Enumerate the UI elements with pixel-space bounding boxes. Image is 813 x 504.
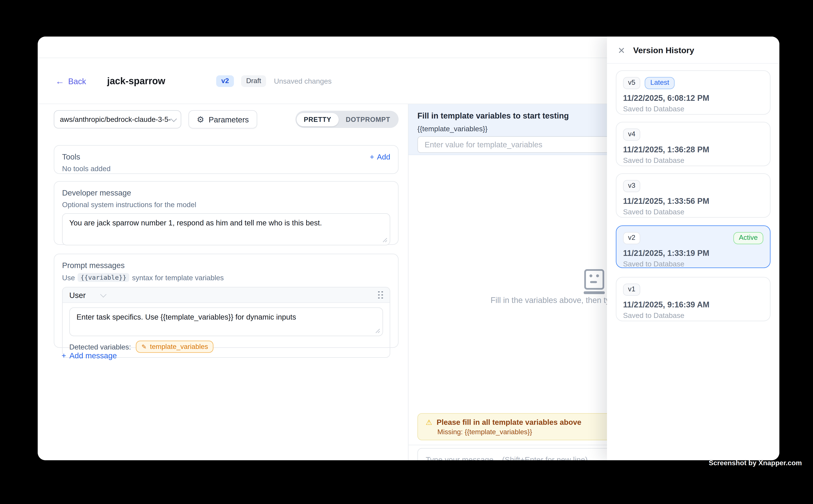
- latest-badge: Latest: [645, 77, 675, 89]
- warning-title: Please fill in all template variables ab…: [437, 418, 581, 426]
- version-card-v2[interactable]: v2 Active 11/21/2025, 1:33:19 PM Saved t…: [616, 225, 771, 268]
- version-id-badge: v2: [623, 232, 641, 244]
- draft-badge: Draft: [241, 76, 266, 87]
- version-status: Saved to Database: [623, 311, 763, 319]
- version-history-title: Version History: [633, 45, 694, 55]
- developer-message-subtitle: Optional system instructions for the mod…: [62, 200, 390, 209]
- version-timestamp: 11/21/2025, 1:33:56 PM: [623, 196, 763, 205]
- version-id-badge: v1: [623, 284, 641, 296]
- empty-state-text: Fill in the variables above, then typ: [491, 296, 615, 305]
- chevron-down-icon: [170, 115, 177, 122]
- add-tool-button[interactable]: + Add: [370, 153, 390, 161]
- app-window: ← Back jack-sparrow v2 Draft Unsaved cha…: [38, 37, 779, 460]
- syntax-hint-suffix: syntax for template variables: [132, 273, 224, 282]
- chat-message-placeholder: Type your message... (Shift+Enter for ne…: [426, 455, 588, 460]
- editor-toolbar: aws/anthropic/bedrock-claude-3-5-s... ⚙ …: [54, 110, 399, 128]
- prompt-editor-column: aws/anthropic/bedrock-claude-3-5-s... ⚙ …: [38, 104, 408, 460]
- version-card-v4[interactable]: v4 11/21/2025, 1:36:28 PM Saved to Datab…: [616, 122, 771, 166]
- parameters-button[interactable]: ⚙ Parameters: [188, 110, 257, 128]
- page-title: jack-sparrow: [107, 76, 165, 87]
- detected-variable-badge[interactable]: ✎ template_variables: [136, 341, 214, 353]
- plus-icon: +: [61, 351, 66, 360]
- version-card-v5[interactable]: v5 Latest 11/22/2025, 6:08:12 PM Saved t…: [616, 70, 771, 115]
- version-badge: v2: [216, 76, 234, 87]
- model-selector-value: aws/anthropic/bedrock-claude-3-5-s...: [60, 115, 171, 124]
- no-tools-text: No tools added: [62, 164, 390, 173]
- back-label: Back: [68, 77, 86, 86]
- plus-icon: +: [370, 153, 374, 161]
- message-role-header: User: [63, 287, 390, 303]
- message-value: Enter task specifics. Use {{template_var…: [76, 313, 296, 321]
- detected-variables-label: Detected variables:: [69, 343, 131, 351]
- version-history-header: × Version History: [607, 37, 779, 64]
- watermark-text: Screenshot by Xnapper.com: [709, 459, 802, 467]
- active-badge: Active: [733, 232, 763, 244]
- robot-face-icon: [583, 269, 605, 294]
- syntax-hint: Use {{variable}} syntax for template var…: [62, 273, 390, 282]
- version-card-v3[interactable]: v3 11/21/2025, 1:33:56 PM Saved to Datab…: [616, 173, 771, 218]
- close-icon[interactable]: ×: [618, 44, 625, 56]
- message-body: Enter task specifics. Use {{template_var…: [63, 303, 390, 357]
- model-selector[interactable]: aws/anthropic/bedrock-claude-3-5-s...: [54, 110, 181, 128]
- tools-title: Tools: [62, 152, 80, 161]
- message-block: User Enter task specifics. Use {{templat…: [62, 287, 390, 358]
- toggle-dotprompt[interactable]: DOTPROMPT: [339, 113, 397, 126]
- add-message-label: Add message: [69, 351, 117, 360]
- gear-icon: ⚙: [197, 115, 204, 124]
- version-status: Saved to Database: [623, 104, 763, 113]
- warning-icon: ⚠: [426, 419, 432, 426]
- view-mode-toggle: PRETTY DOTPROMPT: [296, 111, 399, 128]
- prompt-messages-title: Prompt messages: [62, 261, 390, 270]
- tools-card: Tools + Add No tools added: [54, 145, 399, 174]
- prompt-messages-card: Prompt messages Use {{variable}} syntax …: [54, 254, 399, 348]
- version-timestamp: 11/21/2025, 1:36:28 PM: [623, 145, 763, 154]
- drag-handle-icon[interactable]: [378, 291, 383, 299]
- unsaved-changes-text: Unsaved changes: [274, 77, 332, 85]
- template-variable-placeholder: Enter value for template_variables: [425, 140, 542, 149]
- role-select[interactable]: User: [69, 291, 86, 299]
- version-id-badge: v5: [623, 77, 641, 89]
- version-history-panel: × Version History v5 Latest 11/22/2025, …: [607, 37, 779, 460]
- message-textarea[interactable]: Enter task specifics. Use {{template_var…: [69, 307, 383, 336]
- resize-handle-icon[interactable]: [375, 328, 380, 333]
- chevron-down-icon[interactable]: [100, 291, 106, 297]
- resize-handle-icon[interactable]: [382, 238, 387, 243]
- version-timestamp: 11/21/2025, 9:16:39 AM: [623, 300, 763, 309]
- add-message-button[interactable]: + Add message: [61, 351, 117, 360]
- version-id-badge: v3: [623, 180, 641, 192]
- syntax-hint-prefix: Use: [62, 273, 75, 282]
- developer-message-textarea[interactable]: You are jack sparrow number 1, respond a…: [62, 213, 390, 245]
- arrow-left-icon: ←: [55, 77, 64, 86]
- parameters-label: Parameters: [209, 115, 249, 124]
- version-status: Saved to Database: [623, 208, 763, 216]
- detected-variable-name: template_variables: [150, 343, 208, 351]
- version-card-v1[interactable]: v1 11/21/2025, 9:16:39 AM Saved to Datab…: [616, 277, 771, 321]
- developer-message-value: You are jack sparrow number 1, respond a…: [69, 219, 322, 227]
- version-status: Saved to Database: [623, 260, 763, 268]
- toggle-pretty[interactable]: PRETTY: [297, 113, 339, 126]
- version-status: Saved to Database: [623, 156, 763, 164]
- add-tool-label: Add: [377, 153, 390, 161]
- version-timestamp: 11/21/2025, 1:33:19 PM: [623, 248, 763, 257]
- version-timestamp: 11/22/2025, 6:08:12 PM: [623, 93, 763, 102]
- developer-message-card: Developer message Optional system instru…: [54, 181, 399, 245]
- developer-message-title: Developer message: [62, 188, 390, 197]
- back-button[interactable]: ← Back: [55, 77, 86, 86]
- variable-code-chip: {{variable}}: [78, 273, 129, 282]
- version-id-badge: v4: [623, 128, 641, 140]
- screenshot-stage: ← Back jack-sparrow v2 Draft Unsaved cha…: [0, 0, 813, 504]
- pencil-icon: ✎: [141, 344, 147, 350]
